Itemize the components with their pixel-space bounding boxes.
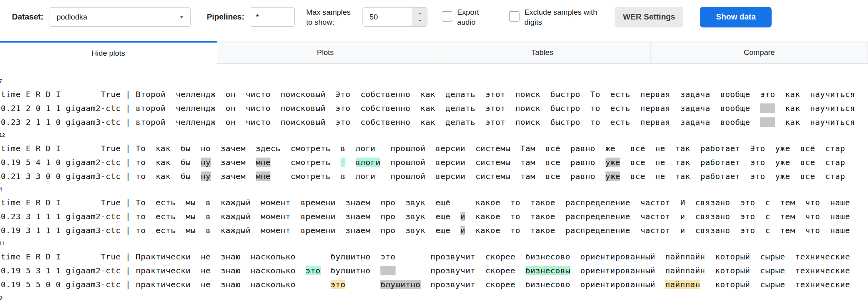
transcript-group: 11time E R D I True | Практически не зна… — [1, 240, 868, 292]
export-audio-label: Export audio — [457, 7, 495, 27]
tab-tables[interactable]: Tables — [434, 41, 651, 64]
sample-id: 11 — [0, 240, 868, 247]
transcript-line: time E R D I True | То как бы но зачем з… — [1, 142, 868, 156]
highlighted-token — [760, 117, 775, 127]
sample-id: 7 — [0, 78, 868, 84]
pipelines-label: Pipelines: — [207, 12, 244, 21]
transcript-line: 0.23 3 1 1 1 gigaam2-ctc | то есть мы в … — [1, 210, 868, 224]
number-spinner[interactable]: ⌃ ⌄ — [412, 8, 427, 26]
sample-id: 9 — [0, 295, 868, 300]
max-samples-value: 50 — [363, 8, 412, 26]
toolbar: Dataset: podlodka ▼ Pipelines: Max sampl… — [0, 0, 868, 41]
highlighted-token: ну — [201, 158, 211, 167]
spinner-down-icon[interactable]: ⌄ — [418, 18, 422, 21]
pipelines-input[interactable] — [250, 7, 295, 27]
chevron-down-icon: ▼ — [179, 14, 184, 20]
transcript-line: 0.19 3 1 1 1 gigaam3-ctc | то есть мы в … — [1, 224, 868, 238]
exclude-digits-label: Exclude samples with digits — [524, 7, 598, 27]
transcript-line: 0.21 3 3 0 0 gigaam3-ctc | то как бы ну … — [1, 169, 868, 183]
transcript-group: 4time E R D I True | То есть мы в каждый… — [1, 186, 868, 238]
transcript-line: time E R D I True | Практически не знаю … — [1, 250, 868, 264]
highlighted-token: бизнесовы — [525, 266, 570, 275]
highlighted-token: это — [331, 280, 346, 289]
exclude-digits-checkbox[interactable] — [509, 11, 519, 21]
sample-id: 4 — [0, 186, 868, 193]
transcript-line: 0.23 2 1 1 0 gigaam3-ctc | второй челлен… — [1, 115, 868, 129]
highlighted-token: влоги — [356, 158, 381, 167]
tab-bar: Hide plotsPlotsTablesCompare — [0, 41, 868, 64]
transcript-group: 12time E R D I True | То как бы но зачем… — [1, 132, 868, 183]
highlighted-token: и — [460, 212, 466, 221]
spinner-up-icon[interactable]: ⌃ — [418, 13, 422, 17]
highlighted-token: уже — [605, 158, 621, 167]
transcript-line: 0.21 2 0 1 1 gigaam2-ctc | второй челлен… — [1, 101, 868, 115]
exclude-digits-group: Exclude samples with digits — [509, 7, 598, 27]
highlighted-token: это — [306, 266, 321, 275]
export-audio-group: Export audio — [442, 7, 495, 27]
max-samples-input[interactable]: 50 ⌃ ⌄ — [362, 7, 427, 27]
transcript-area: 7time E R D I True | Второй челлендж он … — [0, 64, 868, 300]
max-samples-label: Max samples to show: — [306, 7, 357, 27]
highlighted-token: и — [460, 226, 466, 235]
highlighted-token: блушитно — [380, 280, 420, 289]
highlighted-token: мне — [256, 158, 271, 167]
transcript-line: 0.19 5 4 1 0 gigaam2-ctc | то как бы ну … — [1, 156, 868, 169]
highlighted-token: мне — [256, 171, 271, 181]
transcript-line: time E R D I True | То есть мы в каждый … — [1, 196, 868, 210]
highlighted-token — [380, 266, 396, 275]
sample-id: 12 — [0, 132, 868, 138]
transcript-line: time E R D I True | Второй челлендж он ч… — [1, 88, 868, 101]
highlighted-token — [760, 103, 775, 113]
dataset-select[interactable]: podlodka ▼ — [49, 7, 191, 27]
highlighted-token — [341, 158, 346, 167]
transcript-line: 0.19 5 3 1 1 gigaam2-ctc | практически н… — [1, 264, 868, 278]
transcript-group: 7time E R D I True | Второй челлендж он … — [1, 78, 868, 129]
dataset-label: Dataset: — [12, 12, 43, 21]
highlighted-token: ну — [201, 171, 211, 181]
wer-settings-button[interactable]: WER Settings — [615, 7, 683, 27]
tab-hide-plots[interactable]: Hide plots — [0, 41, 217, 64]
highlighted-token: уже — [605, 171, 621, 181]
export-audio-checkbox[interactable] — [442, 11, 452, 21]
wer-review-app: Dataset: podlodka ▼ Pipelines: Max sampl… — [0, 0, 868, 300]
highlighted-token: пайплан — [665, 280, 700, 289]
dataset-selected-value: podlodka — [57, 13, 87, 21]
show-data-button[interactable]: Show data — [700, 7, 772, 27]
tab-plots[interactable]: Plots — [217, 41, 434, 64]
tab-compare[interactable]: Compare — [651, 41, 868, 64]
transcript-line: 0.19 5 5 0 0 gigaam3-ctc | практически н… — [1, 278, 868, 292]
